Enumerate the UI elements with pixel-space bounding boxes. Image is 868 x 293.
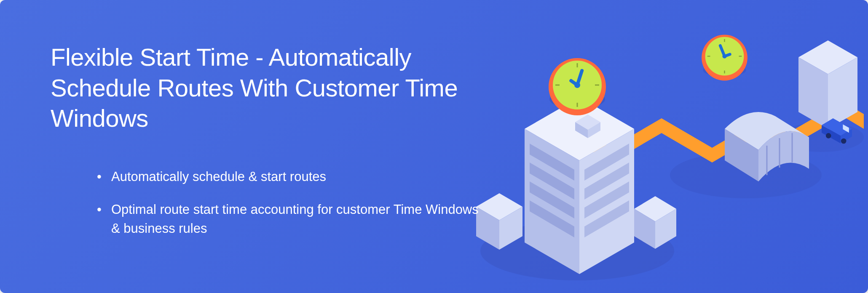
svg-marker-25 (525, 129, 579, 274)
svg-marker-11 (841, 129, 852, 143)
svg-marker-30 (584, 200, 629, 237)
svg-rect-50 (723, 53, 731, 58)
svg-marker-4 (798, 57, 828, 129)
svg-marker-22 (575, 115, 600, 130)
warehouse-icon (725, 112, 809, 181)
svg-marker-24 (588, 122, 600, 138)
svg-rect-49 (718, 44, 726, 58)
svg-marker-21 (525, 97, 634, 160)
cube-icon (634, 196, 676, 249)
svg-rect-40 (569, 78, 580, 87)
svg-marker-15 (476, 193, 522, 220)
svg-point-45 (703, 64, 746, 77)
svg-marker-14 (843, 124, 849, 133)
cube-icon (476, 193, 522, 250)
svg-marker-19 (634, 209, 655, 249)
hero-bullet-list: Automatically schedule & start routes Op… (51, 168, 480, 239)
clock-icon (702, 35, 747, 81)
hero-headline: Flexible Start Time - Automatically Sche… (51, 42, 480, 134)
svg-point-13 (841, 139, 847, 144)
hero-text-column: Flexible Start Time - Automatically Sche… (51, 42, 480, 253)
clock-icon (549, 58, 606, 115)
svg-point-2 (780, 123, 864, 152)
building-tall-icon (525, 97, 634, 274)
svg-marker-34 (530, 200, 574, 237)
svg-point-46 (702, 35, 747, 81)
svg-point-35 (549, 90, 605, 109)
svg-point-1 (670, 152, 822, 198)
svg-marker-27 (584, 144, 629, 181)
svg-marker-3 (798, 40, 857, 74)
delivery-van-icon (822, 118, 852, 144)
svg-marker-29 (584, 181, 629, 218)
svg-point-38 (574, 82, 580, 88)
svg-marker-18 (634, 196, 676, 221)
svg-point-12 (826, 133, 831, 139)
svg-marker-17 (499, 207, 522, 250)
route-path-icon (565, 101, 864, 162)
svg-point-37 (553, 61, 602, 109)
svg-marker-28 (584, 162, 629, 200)
building-small-icon (798, 40, 857, 129)
svg-marker-26 (579, 129, 634, 274)
svg-marker-31 (530, 144, 574, 181)
bullet-item: Optimal route start time accounting for … (97, 200, 480, 238)
bullet-item: Automatically schedule & start routes (97, 168, 480, 186)
svg-marker-9 (822, 118, 852, 136)
svg-marker-32 (530, 162, 574, 200)
hero-banner: Flexible Start Time - Automatically Sche… (0, 0, 868, 293)
svg-marker-10 (822, 125, 841, 143)
svg-marker-23 (575, 122, 588, 138)
svg-point-0 (480, 221, 674, 280)
svg-marker-5 (828, 57, 857, 129)
svg-rect-39 (575, 69, 584, 87)
svg-point-36 (549, 58, 606, 115)
svg-marker-33 (530, 181, 574, 218)
svg-point-48 (722, 54, 726, 59)
svg-marker-20 (655, 209, 676, 249)
svg-point-47 (705, 37, 744, 76)
